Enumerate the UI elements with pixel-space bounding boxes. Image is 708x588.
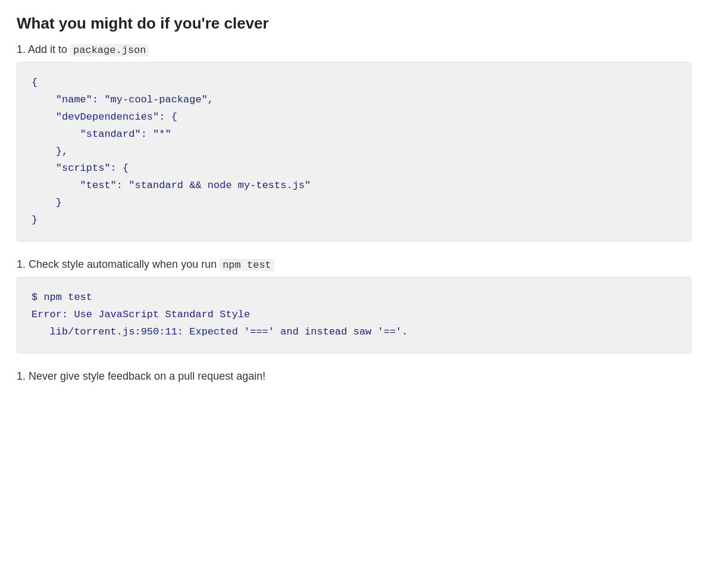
step2-text: 1. Check style automatically when you ru… [17, 258, 691, 271]
step2-label: 1. Check style automatically when you ru… [17, 258, 220, 270]
step1-text: 1. Add it to package.json [17, 43, 691, 56]
page-heading: What you might do if you're clever [17, 14, 691, 33]
step1-code: package.json [70, 44, 149, 57]
step3-text: 1. Never give style feedback on a pull r… [17, 370, 691, 383]
step1-code-block: { "name": "my-cool-package", "devDepende… [17, 62, 691, 242]
step2-code: npm test [220, 259, 274, 271]
step1-label: 1. Add it to [17, 43, 70, 55]
step2-code-block: $ npm test Error: Use JavaScript Standar… [17, 277, 691, 354]
